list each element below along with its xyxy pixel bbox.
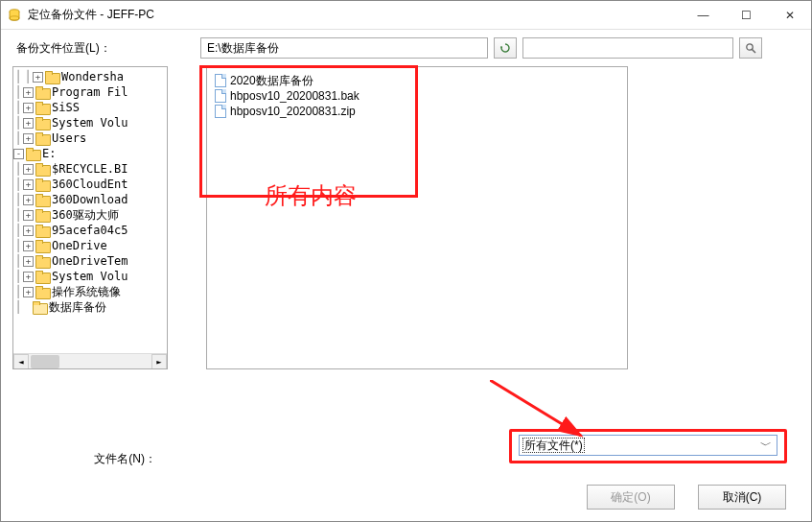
file-icon <box>215 89 226 103</box>
tree-horizontal-scrollbar[interactable]: ◄ ► <box>13 353 167 368</box>
folder-icon <box>35 132 49 144</box>
tree-item[interactable]: │+$RECYCLE.BI <box>13 161 167 177</box>
folder-icon <box>35 194 49 205</box>
folder-icon <box>35 102 49 113</box>
tree-item[interactable]: │数据库备份 <box>13 299 167 315</box>
file-icon <box>215 105 226 118</box>
cancel-button[interactable]: 取消(C) <box>698 485 786 510</box>
tree-item-label: Program Fil <box>52 84 128 100</box>
folder-icon <box>35 86 49 98</box>
tree-item-label: 360Download <box>52 192 128 207</box>
folder-icon <box>35 178 49 190</box>
tree-expander[interactable]: + <box>23 272 34 282</box>
svg-point-2 <box>747 44 753 50</box>
window-titlebar: 定位备份文件 - JEFF-PC — ☐ ✕ <box>1 1 811 30</box>
tree-item-label: OneDriveTem <box>52 253 128 269</box>
search-input[interactable] <box>522 37 733 59</box>
file-type-filter[interactable]: 所有文件(*) ﹀ <box>519 435 777 456</box>
minimize-button[interactable]: — <box>682 1 725 30</box>
tree-expander[interactable]: + <box>23 195 34 205</box>
refresh-button[interactable] <box>494 37 517 59</box>
file-item[interactable]: 2020数据库备份 <box>215 73 619 88</box>
folder-icon <box>35 163 49 175</box>
maximize-button[interactable]: ☐ <box>725 1 768 30</box>
filename-label: 文件名(N)： <box>12 451 195 467</box>
tree-item-label: System Volu <box>52 115 128 130</box>
folder-icon <box>35 117 49 129</box>
scroll-left-arrow[interactable]: ◄ <box>13 354 29 369</box>
tree-expander[interactable]: + <box>23 87 34 98</box>
tree-expander[interactable]: + <box>23 133 34 144</box>
close-button[interactable]: ✕ <box>768 1 811 30</box>
search-button[interactable] <box>739 37 762 59</box>
tree-item[interactable]: │+360CloudEnt <box>13 177 167 192</box>
tree-item[interactable]: │+360Download <box>13 192 167 207</box>
tree-item-label: Wondersha <box>61 69 124 84</box>
tree-expander[interactable]: + <box>23 256 34 267</box>
tree-item-label: E: <box>42 146 56 161</box>
tree-item[interactable]: │+OneDrive <box>13 238 167 253</box>
scroll-right-arrow[interactable]: ► <box>151 354 167 369</box>
chevron-down-icon: ﹀ <box>759 438 773 454</box>
tree-item-label: 数据库备份 <box>49 299 106 315</box>
tree-item-label: 95acefa04c5 <box>52 223 128 238</box>
tree-expander[interactable]: + <box>23 103 34 113</box>
tree-expander[interactable]: + <box>23 210 34 221</box>
tree-item-label: OneDrive <box>52 238 107 253</box>
folder-icon <box>35 286 49 297</box>
folder-icon <box>35 225 49 236</box>
tree-item[interactable]: │+操作系统镜像 <box>13 284 167 299</box>
tree-item[interactable]: │+Program Fil <box>13 84 167 100</box>
tree-item[interactable]: │+95acefa04c5 <box>13 223 167 238</box>
location-label: 备份文件位置(L)： <box>12 40 195 57</box>
folder-tree[interactable]: ││+Wondersha│+Program Fil│+SiSS│+System … <box>12 66 168 369</box>
tree-expander[interactable]: + <box>23 118 34 129</box>
tree-item-label: $RECYCLE.BI <box>52 161 128 177</box>
tree-item-label: 360CloudEnt <box>52 177 128 192</box>
file-item[interactable]: hbposv10_20200831.bak <box>215 88 619 104</box>
tree-item[interactable]: │+Users <box>13 130 167 146</box>
svg-line-3 <box>753 50 756 54</box>
window-title: 定位备份文件 - JEFF-PC <box>28 7 154 23</box>
tree-item-label: 操作系统镜像 <box>52 284 121 299</box>
tree-expander[interactable]: - <box>13 149 24 159</box>
file-name: hbposv10_20200831.bak <box>230 89 360 103</box>
scroll-thumb[interactable] <box>31 355 59 368</box>
file-icon <box>215 74 226 87</box>
tree-expander[interactable]: + <box>23 179 34 190</box>
file-name: hbposv10_20200831.zip <box>230 105 356 118</box>
tree-expander[interactable]: + <box>23 225 34 236</box>
tree-expander[interactable]: + <box>23 241 34 251</box>
tree-expander[interactable]: + <box>23 287 34 297</box>
folder-icon <box>35 271 49 282</box>
tree-item-label: SiSS <box>52 100 80 115</box>
tree-item[interactable]: │+System Volu <box>13 269 167 284</box>
folder-icon <box>45 71 58 83</box>
tree-item[interactable]: │+360驱动大师 <box>13 207 167 223</box>
tree-item[interactable]: ││+Wondersha <box>13 69 167 84</box>
tree-expander[interactable]: + <box>33 72 43 83</box>
tree-item-label: Users <box>52 130 86 146</box>
folder-icon <box>35 209 49 221</box>
ok-button[interactable]: 确定(O) <box>587 485 675 510</box>
file-list[interactable]: 2020数据库备份hbposv10_20200831.bakhbposv10_2… <box>206 66 628 369</box>
app-icon <box>7 8 22 23</box>
tree-item[interactable]: │+OneDriveTem <box>13 253 167 269</box>
file-type-filter-text: 所有文件(*) <box>523 439 584 452</box>
file-name: 2020数据库备份 <box>230 73 313 89</box>
tree-item[interactable]: -E: <box>13 146 167 161</box>
folder-icon <box>35 255 49 267</box>
folder-icon <box>33 301 46 313</box>
tree-expander[interactable]: + <box>23 164 34 175</box>
tree-item-label: System Volu <box>52 269 128 284</box>
svg-line-4 <box>490 380 581 436</box>
tree-item[interactable]: │+SiSS <box>13 100 167 115</box>
location-input[interactable] <box>200 37 488 59</box>
folder-icon <box>35 240 49 251</box>
folder-icon <box>26 148 39 159</box>
file-item[interactable]: hbposv10_20200831.zip <box>215 104 619 119</box>
tree-item-label: 360驱动大师 <box>52 207 119 223</box>
tree-item[interactable]: │+System Volu <box>13 115 167 130</box>
annotation-text: 所有内容 <box>265 180 357 211</box>
